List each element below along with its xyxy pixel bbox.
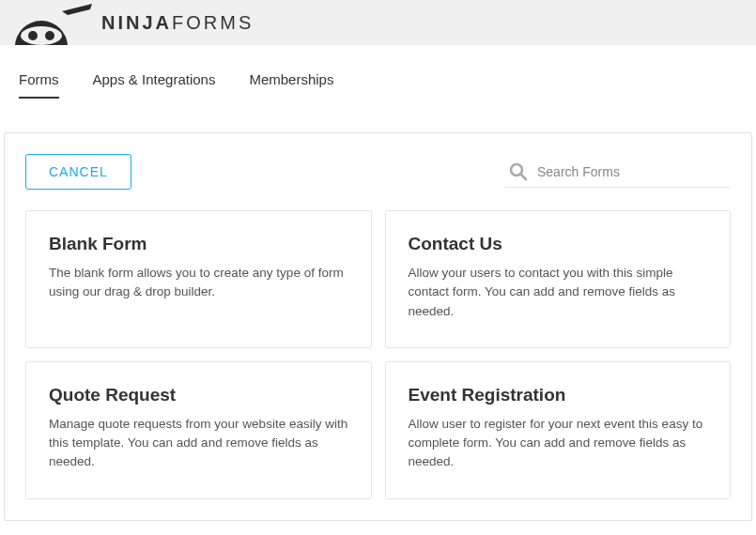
search-wrap[interactable]	[505, 157, 731, 188]
tab-memberships[interactable]: Memberships	[249, 71, 333, 99]
template-card-contact-us[interactable]: Contact Us Allow your users to contact y…	[385, 210, 732, 348]
card-desc: Manage quote requests from your website …	[49, 415, 348, 472]
card-title: Blank Form	[49, 234, 348, 254]
search-input[interactable]	[537, 164, 727, 179]
card-title: Contact Us	[409, 234, 708, 254]
card-desc: The blank form allows you to create any …	[49, 264, 348, 302]
card-desc: Allow your users to contact you with thi…	[409, 264, 708, 321]
brand-logo: NINJAFORMS	[11, 0, 254, 45]
templates-panel: CANCEL Blank Form The blank form allows …	[4, 132, 752, 521]
brand-bold: NINJA	[101, 12, 172, 33]
search-icon	[509, 162, 528, 181]
svg-line-4	[521, 175, 526, 179]
brand-light: FORMS	[172, 12, 254, 33]
template-card-quote-request[interactable]: Quote Request Manage quote requests from…	[25, 361, 372, 499]
card-title: Quote Request	[49, 385, 348, 405]
svg-point-0	[21, 26, 62, 45]
ninja-icon	[11, 0, 94, 45]
svg-point-2	[45, 31, 54, 40]
template-card-blank-form[interactable]: Blank Form The blank form allows you to …	[25, 210, 372, 348]
brand-text: NINJAFORMS	[101, 12, 254, 34]
templates-grid: Blank Form The blank form allows you to …	[25, 210, 731, 499]
cancel-button[interactable]: CANCEL	[25, 154, 131, 190]
panel-toolbar: CANCEL	[25, 154, 731, 190]
tab-apps-integrations[interactable]: Apps & Integrations	[93, 71, 216, 99]
nav-tabs: Forms Apps & Integrations Memberships	[0, 45, 756, 99]
card-desc: Allow user to register for your next eve…	[409, 415, 708, 472]
card-title: Event Registration	[409, 385, 708, 405]
template-card-event-registration[interactable]: Event Registration Allow user to registe…	[385, 361, 732, 499]
svg-point-1	[28, 31, 38, 40]
app-header: NINJAFORMS	[0, 0, 756, 45]
tab-forms[interactable]: Forms	[19, 71, 59, 99]
